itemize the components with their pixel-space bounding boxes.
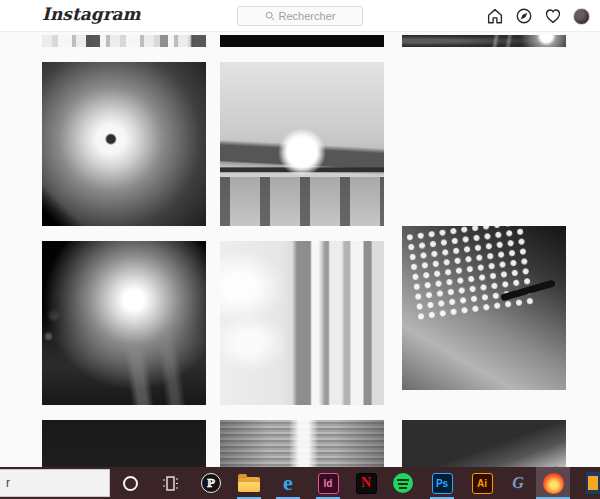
profile-avatar[interactable]	[573, 8, 590, 25]
profile-photo-grid	[0, 32, 600, 467]
grid-photo[interactable]	[220, 62, 384, 226]
grid-photo[interactable]	[402, 35, 566, 47]
internet-explorer-button[interactable]: e	[272, 467, 304, 499]
instagram-window: Instagram Rechercher	[0, 0, 600, 499]
instagram-logo[interactable]: Instagram	[42, 4, 141, 24]
task-view-icon	[162, 475, 179, 492]
file-explorer-button[interactable]	[233, 467, 265, 499]
top-navbar: Instagram Rechercher	[0, 0, 600, 32]
file-explorer-icon	[238, 477, 260, 492]
taskbar-search-input[interactable]: r	[0, 469, 110, 497]
cortana-icon	[123, 476, 138, 491]
windows-taskbar: r ℙ e Id	[0, 467, 600, 499]
firefox-button-active[interactable]	[536, 467, 570, 499]
internet-explorer-icon: e	[283, 473, 293, 493]
home-icon[interactable]	[486, 7, 504, 25]
partial-app-button[interactable]	[586, 472, 600, 494]
grid-photo[interactable]	[42, 35, 206, 47]
search-input[interactable]: Rechercher	[237, 6, 363, 26]
grid-photo[interactable]	[220, 241, 384, 405]
activity-heart-icon[interactable]	[544, 7, 562, 25]
illustrator-button[interactable]: Ai	[466, 467, 498, 499]
indesign-button[interactable]: Id	[312, 467, 344, 499]
g-app-button[interactable]: G	[502, 467, 534, 499]
cortana-button[interactable]	[114, 467, 146, 499]
g-app-icon: G	[512, 474, 524, 492]
p-badge-app-button[interactable]: ℙ	[195, 467, 227, 499]
netflix-icon: N	[356, 473, 377, 494]
grid-photo[interactable]	[42, 241, 206, 405]
grid-photo[interactable]	[42, 62, 206, 226]
spotify-icon	[393, 473, 413, 493]
indesign-icon: Id	[318, 473, 339, 494]
grid-photo[interactable]	[220, 35, 384, 47]
grid-photo[interactable]	[402, 420, 566, 467]
firefox-icon	[543, 473, 564, 494]
photoshop-icon: Ps	[432, 473, 453, 494]
search-icon	[265, 11, 275, 21]
photoshop-button[interactable]: Ps	[426, 467, 458, 499]
search-placeholder: Rechercher	[279, 10, 336, 22]
task-view-button[interactable]	[154, 467, 186, 499]
spotify-button[interactable]	[387, 467, 419, 499]
p-badge-icon: ℙ	[201, 473, 221, 493]
grid-photo[interactable]	[220, 420, 384, 467]
illustrator-icon: Ai	[472, 473, 493, 494]
netflix-button[interactable]: N	[350, 467, 382, 499]
grid-photo[interactable]	[42, 420, 206, 467]
grid-photo[interactable]	[402, 226, 566, 390]
explore-compass-icon[interactable]	[515, 7, 533, 25]
navbar-actions	[486, 0, 590, 32]
